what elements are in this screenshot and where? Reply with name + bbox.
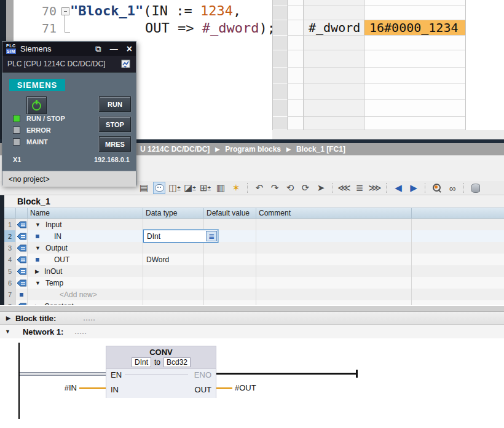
default-cell[interactable] xyxy=(204,265,256,277)
type-cell[interactable] xyxy=(143,242,204,254)
comment-icon[interactable] xyxy=(153,182,165,194)
header-data-type[interactable]: Data type xyxy=(143,208,204,218)
header-name[interactable]: Name xyxy=(28,208,143,218)
plcsim-titlebar[interactable]: PLCSIM Siemens ⧉ — × xyxy=(2,42,136,56)
expand-rows-icon[interactable]: ⊞± xyxy=(199,182,211,194)
scl-code[interactable]: "Block_1"(IN := 1234, OUT => #_dword); xyxy=(70,2,275,37)
project-status: <no project> xyxy=(9,175,50,184)
section-inout-cell[interactable]: ▶InOut xyxy=(28,265,143,277)
section-output-cell[interactable]: ▼Output xyxy=(28,242,143,254)
comment-cell[interactable] xyxy=(256,277,412,289)
datalog-icon[interactable] xyxy=(470,182,482,194)
breadcrumb-device[interactable]: U 1214C DC/DC/DC] xyxy=(140,145,210,154)
undo-icon[interactable]: ↶ xyxy=(253,182,266,194)
conv-to-type[interactable]: Bcd32 xyxy=(163,357,191,367)
pane-splitter[interactable] xyxy=(0,305,504,312)
code-line-70[interactable]: "Block_1"(IN := 1234, xyxy=(70,2,275,20)
minimize-icon[interactable]: — xyxy=(110,45,118,53)
operand-out[interactable]: #OUT xyxy=(235,383,256,392)
network-overview-icon[interactable]: ▤ xyxy=(138,182,150,194)
watch-variable-name[interactable]: #_dword xyxy=(304,20,364,36)
section-input-cell[interactable]: ▼Input xyxy=(28,219,143,230)
header-default-value[interactable]: Default value xyxy=(204,208,256,218)
collapse-triangle-icon[interactable]: ▼ xyxy=(35,280,41,286)
spare-cell xyxy=(412,289,504,300)
ip-address[interactable]: 192.168.0.1 xyxy=(94,156,130,163)
table-row: 4 OUT DWord xyxy=(4,254,504,265)
conv-instruction-block[interactable]: CONV DInt to Bcd32 EN ENO IN OUT xyxy=(106,346,216,398)
redo-icon[interactable]: ↷ xyxy=(269,182,281,194)
data-type-combobox[interactable]: DInt ≣ xyxy=(143,230,218,243)
run-button[interactable]: RUN xyxy=(99,96,131,112)
section-constant-cell[interactable]: ▶Constant xyxy=(28,300,143,305)
spare-cell xyxy=(412,254,504,265)
error-led-label: ERROR xyxy=(26,126,51,134)
collapse-networks-icon[interactable]: ◪± xyxy=(184,182,196,194)
assignment-list-icon[interactable]: ≣ xyxy=(353,182,366,194)
call-structure-icon[interactable]: ⋘ xyxy=(338,182,350,194)
expand-triangle-icon[interactable]: ▶ xyxy=(6,315,10,321)
default-cell[interactable] xyxy=(204,289,256,300)
cpu-label: PLC [CPU 1214C DC/DC/DC] xyxy=(7,60,121,68)
comment-cell[interactable] xyxy=(256,230,412,242)
comment-cell[interactable] xyxy=(256,265,412,277)
breadcrumb-separator-icon: ▶ xyxy=(286,146,291,152)
glasses-icon[interactable]: ∞ xyxy=(446,182,459,194)
compile-icon[interactable]: ➤ xyxy=(315,182,327,194)
stop-button[interactable]: STOP xyxy=(99,117,131,132)
conv-title[interactable]: CONV xyxy=(106,346,216,357)
switch-view-icon[interactable] xyxy=(121,60,131,68)
network-title-placeholder[interactable]: ..... xyxy=(74,328,87,335)
default-cell[interactable] xyxy=(204,219,256,230)
conv-from-type[interactable]: DInt xyxy=(132,357,151,367)
next-usage-icon[interactable]: ▶ xyxy=(408,182,420,194)
load-icon[interactable]: ⟲ xyxy=(284,182,296,194)
section-temp-cell[interactable]: ▼Temp xyxy=(28,277,143,289)
operand-in[interactable]: #IN xyxy=(52,383,77,392)
breadcrumb-block[interactable]: Block_1 [FC1] xyxy=(296,145,345,154)
absolute-operands-icon[interactable]: ▥ xyxy=(215,182,227,194)
code-token: (IN := xyxy=(143,3,200,18)
default-cell[interactable] xyxy=(204,254,256,265)
breadcrumb-program-blocks[interactable]: Program blocks xyxy=(225,145,281,154)
monitor-icon[interactable] xyxy=(431,182,443,194)
close-icon[interactable]: × xyxy=(127,45,132,53)
type-cell[interactable] xyxy=(143,219,204,230)
run-stop-led xyxy=(13,115,20,122)
watch-monitor-value[interactable]: 16#0000_1234 xyxy=(364,20,466,36)
call-path-icon[interactable]: ⋙ xyxy=(369,182,381,194)
prev-usage-icon[interactable]: ◀ xyxy=(392,182,404,194)
default-cell[interactable] xyxy=(204,277,256,289)
expand-triangle-icon[interactable]: ▶ xyxy=(35,268,39,274)
spare-cell xyxy=(412,265,504,277)
mres-button[interactable]: MRES xyxy=(99,136,131,152)
type-cell[interactable] xyxy=(143,265,204,277)
type-cell[interactable]: DWord xyxy=(143,254,204,265)
data-type-value[interactable]: DInt xyxy=(144,232,206,241)
comment-cell[interactable] xyxy=(256,242,412,254)
collapse-triangle-icon[interactable]: ▼ xyxy=(35,245,41,251)
favorites-icon[interactable]: ✶ xyxy=(230,182,242,194)
collapse-triangle-icon[interactable]: ▼ xyxy=(35,222,41,228)
param-out-cell[interactable]: OUT xyxy=(28,254,143,265)
table-row-clipped: 8 ▶Constant xyxy=(4,300,504,305)
default-cell[interactable] xyxy=(204,242,256,254)
comment-cell[interactable] xyxy=(256,219,412,230)
collapse-triangle-icon[interactable]: ▼ xyxy=(5,329,10,335)
type-cell[interactable] xyxy=(143,289,204,300)
dropdown-list-icon[interactable]: ≣ xyxy=(206,231,217,241)
comment-cell[interactable] xyxy=(256,254,412,265)
header-comment[interactable]: Comment xyxy=(256,208,412,218)
power-button[interactable] xyxy=(26,96,47,114)
comment-cell[interactable] xyxy=(256,289,412,300)
param-in-cell[interactable]: IN xyxy=(28,230,143,242)
expand-networks-icon[interactable]: ◫± xyxy=(168,182,181,194)
save-icon[interactable]: ⟳ xyxy=(299,182,312,194)
type-cell[interactable]: DInt ≣ xyxy=(143,230,204,242)
add-new-cell[interactable]: <Add new> xyxy=(28,289,143,300)
block-title-placeholder[interactable]: ..... xyxy=(83,314,95,322)
network-editor[interactable]: CONV DInt to Bcd32 EN ENO IN OUT #IN #OU… xyxy=(0,338,504,428)
code-line-71[interactable]: OUT => #_dword); xyxy=(70,20,275,37)
float-window-icon[interactable]: ⧉ xyxy=(95,45,101,53)
type-cell[interactable] xyxy=(143,277,204,289)
